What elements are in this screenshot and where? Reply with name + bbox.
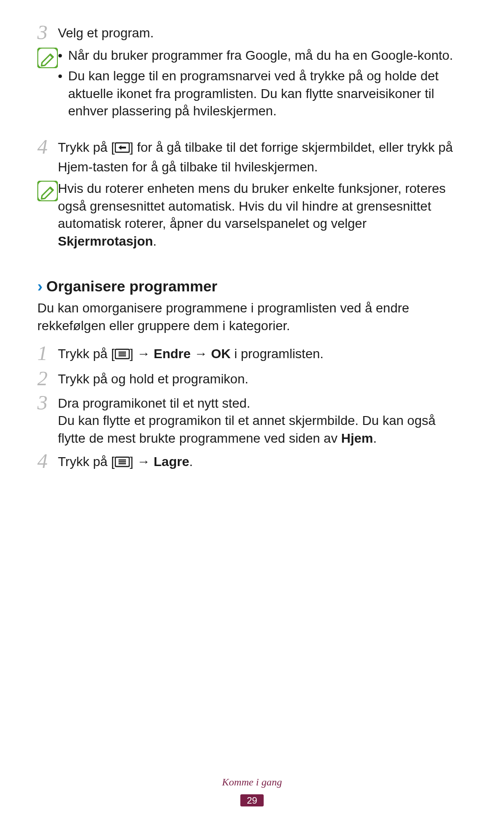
section-heading-row: › Organisere programmer [37, 276, 467, 297]
step-text: Trykk på [] → Lagre. [58, 451, 467, 473]
bold-hjem: Hjem [341, 431, 373, 445]
note-body: Hvis du roterer enheten mens du bruker e… [58, 180, 467, 250]
note-google-account: Når du bruker programmer fra Google, må … [37, 47, 467, 123]
step-text: Trykk på [] for å gå tilbake til det for… [58, 137, 467, 176]
footer-chapter-title: Komme i gang [0, 775, 504, 789]
step-number: 4 [37, 451, 58, 472]
heading-chevron-icon: › [37, 278, 42, 294]
note-icon [37, 47, 58, 68]
step-number: 3 [37, 22, 58, 43]
org3-line2: Du kan flytte et programikon til et anne… [58, 412, 467, 447]
org-step-1: 1 Trykk på [] → Endre → OK i programlist… [37, 343, 467, 365]
step-number: 2 [37, 368, 58, 389]
step-text: Trykk på [] → Endre → OK i programlisten… [58, 343, 467, 365]
note-bullet-1: Når du bruker programmer fra Google, må … [58, 47, 467, 64]
note-body: Når du bruker programmer fra Google, må … [58, 47, 467, 123]
step-number: 3 [37, 393, 58, 413]
note-icon [37, 180, 58, 201]
bold-endre: Endre [154, 346, 190, 361]
menu-icon [115, 347, 130, 365]
bold-lagre: Lagre [154, 454, 189, 469]
bold-ok: OK [211, 346, 231, 361]
step-text: Velg et program. [58, 22, 467, 42]
bold-skjermrotasjon: Skjermrotasjon [58, 234, 153, 248]
step-3: 3 Velg et program. [37, 22, 467, 43]
section-intro: Du kan omorganisere programmene i progra… [37, 299, 467, 335]
step-number: 1 [37, 343, 58, 364]
back-icon [115, 141, 130, 158]
step-text: Dra programikonet til et nytt sted. Du k… [58, 393, 467, 447]
page-footer: Komme i gang 29 [0, 775, 504, 808]
org-step-4: 4 Trykk på [] → Lagre. [37, 451, 467, 473]
note-bullet-2: Du kan legge til en programsnarvei ved å… [58, 67, 467, 120]
org3-line1: Dra programikonet til et nytt sted. [58, 395, 467, 412]
step-text: Trykk på og hold et programikon. [58, 368, 467, 388]
org-step-3: 3 Dra programikonet til et nytt sted. Du… [37, 393, 467, 447]
step-number: 4 [37, 137, 58, 157]
step-4: 4 Trykk på [] for å gå tilbake til det f… [37, 137, 467, 176]
section-heading: Organisere programmer [46, 276, 217, 297]
note-rotation: Hvis du roterer enheten mens du bruker e… [37, 180, 467, 250]
menu-icon [115, 455, 130, 473]
page-number-badge: 29 [240, 794, 264, 806]
org-step-2: 2 Trykk på og hold et programikon. [37, 368, 467, 389]
